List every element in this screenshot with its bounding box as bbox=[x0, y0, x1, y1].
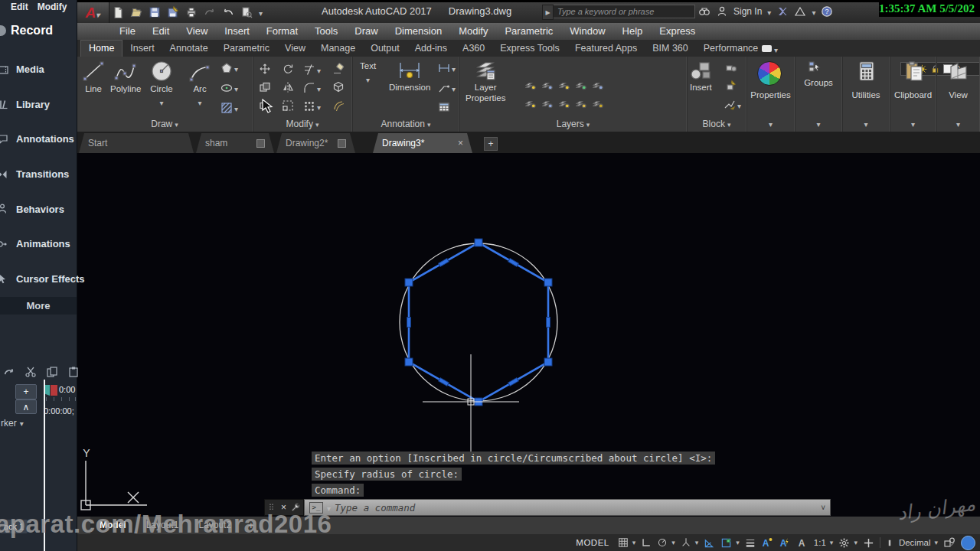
menu-item-edit[interactable]: Edit bbox=[144, 23, 178, 40]
erase-button[interactable] bbox=[332, 63, 345, 75]
command-input[interactable]: >_ Type a command ˅ bbox=[304, 499, 831, 516]
scale-button[interactable] bbox=[282, 99, 294, 112]
ribbon-tab-a360[interactable]: A360 bbox=[455, 41, 492, 57]
qat-dropdown-icon[interactable] bbox=[240, 6, 253, 18]
panel-utilities-caret[interactable] bbox=[842, 119, 890, 129]
panel-block-label[interactable]: Block bbox=[687, 119, 746, 129]
recorder-menu-item-edit[interactable]: Edit bbox=[11, 2, 28, 12]
layer-tools-row1[interactable] bbox=[525, 80, 604, 91]
object-snap-toggle[interactable] bbox=[720, 537, 740, 549]
customization-button[interactable] bbox=[863, 537, 874, 549]
ribbon-tab-manage[interactable]: Manage bbox=[313, 41, 363, 57]
exchange-apps-icon[interactable] bbox=[776, 5, 789, 18]
menu-item-dimension[interactable]: Dimension bbox=[387, 23, 450, 40]
grid-toggle[interactable] bbox=[618, 537, 636, 548]
app-menu-button[interactable]: A bbox=[77, 2, 109, 23]
panel-clipboard-caret[interactable] bbox=[890, 119, 936, 129]
a360-icon[interactable] bbox=[794, 5, 806, 18]
block-attr-button[interactable] bbox=[724, 98, 741, 112]
edit-block-button[interactable] bbox=[725, 80, 737, 92]
circle-button[interactable]: Circle bbox=[150, 60, 173, 109]
file-tab-drawing2[interactable]: Drawing2* bbox=[276, 133, 355, 153]
panel-view[interactable]: View bbox=[936, 57, 980, 132]
timeline-collapse-button[interactable]: ∧ bbox=[15, 399, 37, 414]
menu-item-insert[interactable]: Insert bbox=[216, 23, 258, 40]
table-button[interactable] bbox=[438, 101, 450, 113]
clean-screen-button[interactable] bbox=[961, 536, 975, 550]
panel-utilities[interactable]: Utilities bbox=[842, 57, 890, 132]
menu-item-help[interactable]: Help bbox=[614, 23, 652, 40]
panel-draw-label[interactable]: Draw bbox=[77, 119, 253, 129]
sidebar-item-annotations[interactable]: Annotations bbox=[0, 122, 77, 157]
copy-button[interactable] bbox=[259, 81, 271, 93]
panel-layers-label[interactable]: Layers bbox=[459, 119, 687, 129]
command-placeholder[interactable]: Type a command bbox=[335, 502, 817, 514]
explode-button[interactable] bbox=[332, 81, 345, 93]
new-drawing-tab-button[interactable]: + bbox=[484, 137, 498, 151]
ribbon-tab-performance[interactable]: Performance bbox=[696, 41, 766, 57]
dimension-button[interactable]: Dimension bbox=[389, 60, 430, 92]
osnap-tracking-toggle[interactable] bbox=[704, 537, 715, 549]
ribbon-tab-parametric[interactable]: Parametric bbox=[216, 41, 277, 57]
sidebar-item-behaviors[interactable]: Behaviors bbox=[0, 191, 77, 227]
panel-groups[interactable]: Groups bbox=[795, 57, 843, 132]
ribbon-tab-add-ins[interactable]: Add-ins bbox=[407, 41, 455, 57]
ellipse-button[interactable] bbox=[220, 81, 238, 95]
layer-tools-row2[interactable] bbox=[525, 98, 604, 109]
sidebar-item-media[interactable]: Media bbox=[0, 52, 77, 87]
ribbon-tab-annotate[interactable]: Annotate bbox=[162, 41, 216, 57]
polyline-button[interactable]: Polyline bbox=[110, 60, 141, 93]
command-bar[interactable]: × >_ Type a command ˅ bbox=[264, 499, 831, 516]
redo-icon[interactable] bbox=[204, 6, 216, 18]
panel-properties-caret[interactable] bbox=[746, 119, 795, 129]
copy-doc-icon[interactable] bbox=[46, 366, 58, 378]
recorder-menu-item-modify[interactable]: Modify bbox=[38, 2, 67, 12]
ortho-toggle[interactable] bbox=[641, 537, 652, 548]
ribbon-tab-output[interactable]: Output bbox=[363, 41, 407, 57]
menu-item-express[interactable]: Express bbox=[651, 23, 704, 40]
ribbon-tab-express-tools[interactable]: Express Tools bbox=[492, 41, 567, 57]
circle-entity[interactable] bbox=[400, 243, 557, 401]
model-space-button[interactable]: MODEL bbox=[576, 538, 609, 547]
file-tab-drawing3[interactable]: Drawing3*× bbox=[373, 133, 472, 153]
ribbon-tab-bim-360[interactable]: BIM 360 bbox=[645, 41, 696, 57]
paste-icon[interactable] bbox=[67, 366, 80, 378]
ribbon-tab-home[interactable]: Home bbox=[80, 40, 122, 57]
create-block-button[interactable] bbox=[725, 61, 737, 73]
sign-in-button[interactable]: Sign In bbox=[733, 6, 762, 17]
annotation-visibility-toggle[interactable]: A bbox=[761, 536, 773, 549]
ribbon-tab-view[interactable]: View bbox=[277, 41, 313, 57]
save-as-icon[interactable] bbox=[167, 6, 179, 18]
menu-item-modify[interactable]: Modify bbox=[450, 23, 496, 40]
ribbon-minimize-button[interactable] bbox=[762, 43, 782, 54]
sidebar-item-library[interactable]: Library bbox=[0, 87, 77, 122]
undo-icon[interactable] bbox=[222, 6, 234, 18]
menu-item-format[interactable]: Format bbox=[258, 23, 306, 40]
marker-dropdown[interactable]: rker bbox=[1, 418, 24, 429]
panel-properties[interactable]: Properties bbox=[746, 57, 795, 132]
polygon-button[interactable] bbox=[220, 61, 238, 75]
rotate-button[interactable] bbox=[282, 63, 294, 75]
file-tab-sham[interactable]: sham bbox=[196, 133, 274, 153]
menu-item-window[interactable]: Window bbox=[561, 23, 613, 40]
menu-item-file[interactable]: File bbox=[111, 23, 144, 40]
plot-icon[interactable] bbox=[185, 6, 198, 18]
trim-button[interactable] bbox=[303, 63, 321, 77]
line-button[interactable]: Line bbox=[83, 60, 104, 93]
units-icon-wrap[interactable] bbox=[886, 537, 893, 549]
help-icon[interactable]: ? bbox=[821, 5, 833, 18]
panel-clipboard[interactable]: Clipboard bbox=[890, 57, 937, 132]
redo-arrow-icon[interactable] bbox=[3, 366, 15, 378]
record-button[interactable]: Record bbox=[11, 24, 53, 37]
panel-groups-caret[interactable] bbox=[795, 119, 842, 129]
arc-button[interactable]: Arc bbox=[188, 60, 211, 109]
cut-icon[interactable] bbox=[24, 366, 37, 378]
hatch-button[interactable] bbox=[220, 101, 238, 115]
user-icon[interactable] bbox=[716, 5, 728, 18]
annotation-scale-value[interactable]: 1:1 bbox=[814, 538, 834, 547]
panel-annotation-label[interactable]: Annotation bbox=[352, 119, 459, 129]
search-expand-icon[interactable]: ▶ bbox=[542, 5, 554, 20]
menu-item-tools[interactable]: Tools bbox=[306, 23, 346, 40]
layer-properties-button[interactable]: Layer Properties bbox=[466, 60, 505, 103]
autoscale-toggle[interactable]: A bbox=[779, 536, 791, 549]
